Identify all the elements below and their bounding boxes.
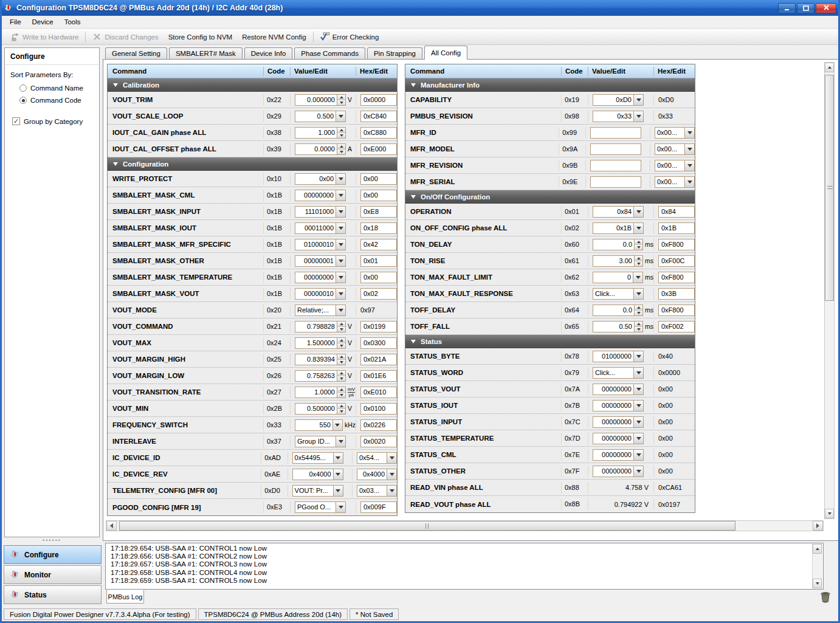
- value-dropdown[interactable]: 00000010: [295, 288, 346, 300]
- dropdown-button[interactable]: [633, 95, 643, 105]
- dropdown-button[interactable]: [336, 502, 345, 512]
- dropdown-button[interactable]: [633, 223, 643, 233]
- dropdown-button[interactable]: [633, 111, 643, 122]
- value-dropdown[interactable]: 00000000: [593, 400, 644, 411]
- dropdown-button[interactable]: [633, 384, 643, 394]
- value-dropdown[interactable]: 11101000: [295, 206, 346, 218]
- spinner-down-button[interactable]: [635, 326, 642, 332]
- hex-dropdown[interactable]: 0x54...: [357, 452, 397, 464]
- spinner-down-button[interactable]: [337, 133, 345, 138]
- value-dropdown[interactable]: 01000010: [295, 239, 346, 250]
- dropdown-button[interactable]: [333, 453, 343, 463]
- value-spinner[interactable]: 0.000000: [295, 94, 346, 106]
- dropdown-button[interactable]: [336, 207, 345, 217]
- restore-nvm-config-button[interactable]: Restore NVM Config: [237, 32, 311, 43]
- spinner-down-button[interactable]: [635, 310, 642, 315]
- column-header-hex-edit[interactable]: Hex/Edit: [356, 67, 397, 76]
- hex-dropdown[interactable]: 0x4000: [357, 469, 397, 480]
- tab-all-config[interactable]: All Config: [424, 46, 467, 60]
- spinner-down-button[interactable]: [337, 376, 345, 381]
- nav-configure-button[interactable]: Configure: [4, 545, 102, 564]
- value-dropdown[interactable]: 0x1B: [593, 222, 644, 234]
- hex-box[interactable]: 0x84: [658, 206, 695, 218]
- hex-box[interactable]: 0x0100: [360, 403, 397, 415]
- tab-pin-strapping[interactable]: Pin Strapping: [367, 47, 422, 60]
- menu-file[interactable]: File: [4, 16, 27, 27]
- hex-box[interactable]: 0x1B: [658, 222, 695, 234]
- scroll-left-button[interactable]: [106, 521, 117, 531]
- column-header-code[interactable]: Code: [561, 67, 588, 76]
- value-dropdown[interactable]: Relative;...: [295, 305, 346, 316]
- dropdown-button[interactable]: [633, 272, 642, 283]
- spinner-up-button[interactable]: [337, 354, 345, 359]
- dropdown-button[interactable]: [684, 177, 694, 187]
- value-spinner[interactable]: 0.839394: [295, 354, 346, 365]
- dropdown-button[interactable]: [684, 128, 694, 138]
- sidebar-splitter-handle[interactable]: ••••••: [4, 538, 100, 543]
- dropdown-button[interactable]: [336, 305, 345, 315]
- spinner-up-button[interactable]: [337, 404, 345, 408]
- category-header-configuration[interactable]: Configuration: [108, 157, 397, 171]
- dropdown-button[interactable]: [336, 111, 345, 122]
- sort-option-command-name[interactable]: Command Name: [5, 82, 99, 94]
- spinner-up-button[interactable]: [635, 305, 642, 310]
- dropdown-button[interactable]: [387, 486, 396, 496]
- hex-box[interactable]: 0xC840: [360, 111, 397, 122]
- horizontal-scroll-thumb[interactable]: [119, 521, 735, 531]
- value-dropdown[interactable]: 0.500: [295, 111, 346, 122]
- hex-box[interactable]: 0x0000: [360, 94, 397, 106]
- value-spinner[interactable]: 1.500000: [295, 337, 346, 349]
- minimize-button[interactable]: [778, 3, 796, 13]
- category-header-status[interactable]: Status: [405, 335, 695, 348]
- scroll-up-button[interactable]: [825, 63, 834, 72]
- dropdown-button[interactable]: [633, 450, 643, 460]
- dropdown-button[interactable]: [336, 239, 345, 250]
- dropdown-button[interactable]: [336, 223, 345, 233]
- dropdown-button[interactable]: [332, 420, 342, 430]
- hex-box[interactable]: 0x01: [360, 255, 397, 267]
- dropdown-button[interactable]: [336, 256, 345, 266]
- dropdown-button[interactable]: [333, 469, 343, 480]
- spinner-down-button[interactable]: [337, 392, 345, 398]
- dropdown-button[interactable]: [387, 453, 396, 463]
- dropdown-button[interactable]: [633, 289, 643, 299]
- dropdown-button[interactable]: [336, 190, 345, 201]
- value-dropdown[interactable]: PGood O...: [295, 501, 346, 513]
- dropdown-button[interactable]: [336, 174, 345, 184]
- column-header-code[interactable]: Code: [263, 67, 290, 76]
- value-textbox[interactable]: [590, 143, 641, 155]
- error-checking-button[interactable]: Error Checking: [315, 30, 384, 43]
- hex-box[interactable]: 0x18: [360, 222, 397, 234]
- hex-box[interactable]: 0x02: [360, 288, 397, 300]
- value-spinner[interactable]: 1.000: [295, 127, 346, 139]
- value-textbox[interactable]: [590, 127, 641, 139]
- value-dropdown[interactable]: 0x54495...: [292, 452, 343, 464]
- value-spinner[interactable]: 0.758263: [295, 370, 346, 382]
- spinner-up-button[interactable]: [337, 128, 345, 133]
- value-dropdown[interactable]: 00000000: [593, 449, 644, 461]
- dropdown-button[interactable]: [684, 144, 694, 154]
- spinner-down-button[interactable]: [337, 408, 345, 414]
- value-dropdown[interactable]: 00000000: [593, 466, 644, 477]
- value-spinner[interactable]: 0.0: [593, 305, 643, 316]
- tab-device-info[interactable]: Device Info: [244, 47, 293, 60]
- value-spinner[interactable]: 0.0: [593, 239, 643, 250]
- dropdown-button[interactable]: [336, 436, 345, 447]
- column-header-value-edit[interactable]: Value/Edit: [588, 67, 653, 76]
- spinner-down-button[interactable]: [337, 100, 345, 105]
- value-dropdown[interactable]: 0: [593, 272, 643, 283]
- spinner-up-button[interactable]: [337, 144, 345, 149]
- hex-dropdown[interactable]: 0x00...: [655, 127, 695, 139]
- hex-box[interactable]: 0x01E6: [360, 370, 397, 382]
- tab-phase-commands[interactable]: Phase Commands: [294, 47, 365, 60]
- sort-option-command-code[interactable]: Command Code: [5, 94, 99, 106]
- dropdown-button[interactable]: [633, 417, 643, 427]
- scroll-right-button[interactable]: [813, 521, 823, 531]
- hex-box[interactable]: 0xF800: [658, 239, 695, 250]
- tab-smbalert-mask[interactable]: SMBALERT# Mask: [169, 47, 243, 60]
- value-dropdown[interactable]: 0x33: [593, 111, 644, 122]
- spinner-down-button[interactable]: [635, 244, 642, 250]
- spinner-up-button[interactable]: [635, 256, 642, 261]
- dropdown-button[interactable]: [336, 289, 345, 299]
- value-spinner[interactable]: 1.0000: [295, 387, 346, 398]
